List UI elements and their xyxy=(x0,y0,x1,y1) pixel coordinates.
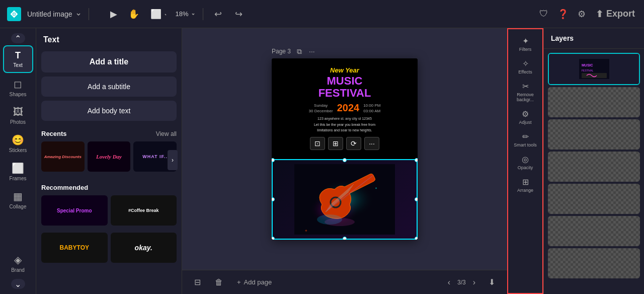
remove-bg-icon: ✂ xyxy=(522,82,529,91)
year-text: 2024 xyxy=(337,102,360,114)
card-top-section: New Year MUSIC FESTIVAL Sunday30 Decembe… xyxy=(272,58,418,159)
recents-next-button[interactable]: › xyxy=(168,150,178,170)
delete-page-button[interactable]: 🗑 xyxy=(211,275,227,290)
hand-tool[interactable]: ✋ xyxy=(124,6,143,23)
toolbar-tools: ▶ ✋ ⬜ 18% xyxy=(106,6,196,23)
layer-item[interactable]: MUSIC FESTIVAL xyxy=(548,53,640,85)
thumbnail-view-button[interactable]: ⊟ xyxy=(190,274,205,290)
logo[interactable] xyxy=(6,6,22,22)
recommended-header: Recommended xyxy=(41,184,177,191)
filters-label: Filters xyxy=(519,47,532,52)
card-controls[interactable]: ⊡ ⊞ ⟳ ··· xyxy=(278,137,412,150)
desc-text: Let this be the year you break free from… xyxy=(278,122,412,133)
arrange-tool[interactable]: ⊞ Arrange xyxy=(509,174,541,196)
sidebar-item-collage[interactable]: ▦ Collage xyxy=(3,186,33,213)
redo-button[interactable]: ↪ xyxy=(231,7,247,22)
effects-icon: ✧ xyxy=(522,59,529,68)
settings-button[interactable]: ⚙ xyxy=(576,7,588,22)
remove-bg-tool[interactable]: ✂ Remove backgr... xyxy=(509,79,541,105)
svg-text:FESTIVAL: FESTIVAL xyxy=(582,69,593,72)
shield-icon-button[interactable]: 🛡 xyxy=(537,7,550,21)
prev-page-button[interactable]: ‹ xyxy=(445,276,453,289)
layer-thumbnail xyxy=(548,119,640,150)
main-layout: ⌃ T Text ◻ Shapes 🖼 Photos 😊 Stickers ⬜ … xyxy=(0,28,644,294)
adjust-icon: ⚙ xyxy=(522,109,529,119)
layer-thumbnail xyxy=(548,248,640,278)
guitar-svg: ✦ ✦ xyxy=(294,164,395,235)
topbar: Untitled image ▶ ✋ ⬜ 18% ↩ ↪ 🛡 ❓ ⚙ ⬆ Exp… xyxy=(0,0,644,28)
sidebar-item-photos[interactable]: 🖼 Photos xyxy=(3,102,33,129)
layer-item[interactable] xyxy=(548,248,640,278)
sidebar-item-shapes[interactable]: ◻ Shapes xyxy=(3,74,33,101)
panel-title: Text xyxy=(41,35,177,44)
date-row: Sunday30 December 2024 10:00 PM03:00 AM xyxy=(278,102,412,114)
recommended-grid: Special Promo #Coffee Break xyxy=(41,195,177,226)
list-item[interactable]: okay. xyxy=(111,233,177,263)
page-copy-button[interactable]: ⧉ xyxy=(295,46,304,57)
music-text: MUSIC FESTIVAL xyxy=(278,75,412,99)
sidebar-nav: ⌃ T Text ◻ Shapes 🖼 Photos 😊 Stickers ⬜ … xyxy=(0,28,36,294)
add-page-button[interactable]: + Add page xyxy=(233,275,276,289)
help-button[interactable]: ❓ xyxy=(555,7,571,22)
export-button[interactable]: ⬆ Export xyxy=(593,6,638,23)
more-button[interactable]: ··· xyxy=(364,137,379,150)
list-item[interactable]: Special Promo xyxy=(41,195,108,226)
grid-button[interactable]: ⊞ xyxy=(328,137,343,150)
filters-tool[interactable]: ✦ Filters xyxy=(509,33,541,55)
smart-tools-tool[interactable]: ✏ Smart tools xyxy=(509,129,541,151)
svg-point-14 xyxy=(325,218,355,226)
add-body-button[interactable]: Add body text xyxy=(41,101,177,121)
sidebar-item-brand[interactable]: ◈ Brand xyxy=(3,250,33,277)
design-card[interactable]: New Year MUSIC FESTIVAL Sunday30 Decembe… xyxy=(272,58,418,240)
list-item[interactable]: Lovely Day xyxy=(88,141,131,172)
adjust-tool[interactable]: ⚙ Adjust xyxy=(509,106,541,128)
page-more-button[interactable]: ··· xyxy=(307,46,317,57)
svg-text:✦: ✦ xyxy=(304,229,308,233)
zoom-control[interactable]: 18% xyxy=(176,10,196,18)
layer-item[interactable] xyxy=(548,184,640,214)
brand-icon: ◈ xyxy=(14,254,22,266)
bottom-bar: ⊟ 🗑 + Add page ‹ 3/3 › ⬇ xyxy=(182,270,507,294)
list-item[interactable]: #Coffee Break xyxy=(111,195,177,226)
page-counter: 3/3 xyxy=(457,279,466,286)
topbar-actions: 🛡 ❓ ⚙ ⬆ Export xyxy=(537,6,638,23)
recommended-label: Recommended xyxy=(41,184,88,191)
opacity-label: Opacity xyxy=(518,165,533,170)
sidebar-item-stickers[interactable]: 😊 Stickers xyxy=(3,130,33,157)
sidebar-collapse[interactable]: ⌃ xyxy=(11,33,25,43)
next-page-button[interactable]: › xyxy=(470,276,478,289)
layer-item[interactable] xyxy=(548,87,640,117)
select-tool[interactable]: ▶ xyxy=(106,6,121,23)
layer-thumbnail xyxy=(548,87,640,117)
smart-tools-icon: ✏ xyxy=(522,132,529,141)
view-all-link[interactable]: View all xyxy=(156,130,177,137)
frame-tool[interactable]: ⬜ xyxy=(146,6,171,23)
add-title-button[interactable]: Add a title xyxy=(41,51,177,72)
sidebar-expand-bottom[interactable]: ⌄ xyxy=(11,279,25,289)
list-item[interactable]: Amazing Discounts xyxy=(41,141,85,172)
effects-tool[interactable]: ✧ Effects xyxy=(509,56,541,78)
page-actions: ⧉ ··· xyxy=(295,46,317,57)
guitar-image[interactable]: ✦ ✦ xyxy=(272,159,418,240)
sidebar-item-text[interactable]: T Text xyxy=(3,45,33,73)
replace-button[interactable]: ⟳ xyxy=(346,137,361,150)
layer-item[interactable] xyxy=(548,119,640,150)
svg-text:MUSIC: MUSIC xyxy=(582,63,593,67)
sidebar-item-frames[interactable]: ⬜ Frames xyxy=(3,158,33,185)
svg-text:✦: ✦ xyxy=(375,187,377,190)
download-button[interactable]: ⬇ xyxy=(485,274,499,290)
arrange-icon: ⊞ xyxy=(522,177,529,187)
guitar-image-section[interactable]: ✦ ✦ xyxy=(272,159,418,240)
address-text: 123 anywhere st. any city st 12345 xyxy=(278,117,412,120)
opacity-tool[interactable]: ◎ Opacity xyxy=(509,152,541,173)
document-title[interactable]: Untitled image xyxy=(27,10,82,18)
undo-button[interactable]: ↩ xyxy=(210,7,226,22)
layers-title: Layers xyxy=(544,28,644,49)
layer-item[interactable] xyxy=(548,152,640,182)
add-subtitle-button[interactable]: Add a subtitle xyxy=(41,77,177,97)
page-navigation: ‹ 3/3 › xyxy=(445,276,478,289)
crop-button[interactable]: ⊡ xyxy=(310,137,325,150)
list-item[interactable]: BABYTOY xyxy=(41,233,108,263)
frames-icon: ⬜ xyxy=(12,162,24,174)
layer-item[interactable] xyxy=(548,216,640,246)
